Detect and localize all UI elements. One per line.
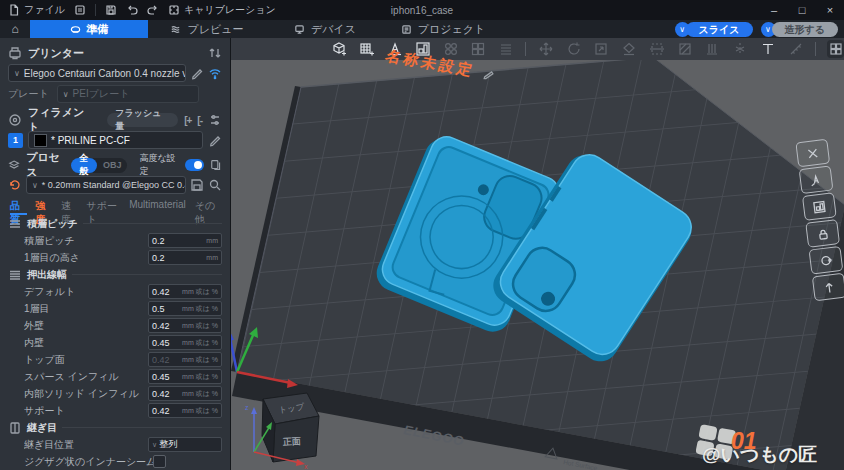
home-button[interactable]: ⌂ xyxy=(0,20,30,38)
chevron-down-icon: ∨ xyxy=(32,181,38,190)
redo-icon xyxy=(147,4,159,16)
param-label: サポート xyxy=(24,404,148,418)
tab-device[interactable]: デバイス xyxy=(266,20,384,38)
param-input[interactable]: 0.42mm 或は % xyxy=(148,284,222,299)
param-label: 継ぎ目位置 xyxy=(24,438,148,452)
edit-plate-name-icon[interactable] xyxy=(481,66,496,81)
undo-button[interactable] xyxy=(126,4,138,16)
zigzag-seam-checkbox[interactable] xyxy=(153,455,166,468)
tab-project[interactable]: プロジェクト xyxy=(384,20,502,38)
save-icon xyxy=(105,4,117,16)
arrange-button-floating[interactable] xyxy=(802,192,837,221)
param-input[interactable]: 0.5mm 或は % xyxy=(148,301,222,316)
undo-icon xyxy=(126,4,138,16)
measure-button[interactable] xyxy=(787,40,804,58)
toolbar-separator xyxy=(815,42,816,56)
tab-others[interactable]: その他 xyxy=(195,199,220,215)
seam-icon xyxy=(8,421,22,435)
scope-objects[interactable]: OBJ xyxy=(97,160,128,170)
edit-printer-icon[interactable] xyxy=(190,66,204,80)
param-label: スパース インフィル xyxy=(24,370,148,384)
toolbar-separator xyxy=(525,42,526,56)
rotate-button-floating[interactable] xyxy=(809,246,844,275)
printer-section-title: プリンター xyxy=(28,46,84,61)
rotate-button[interactable] xyxy=(565,40,582,58)
section-title: 継ぎ目 xyxy=(27,421,57,435)
build-plate-scene[interactable]: ELEGOO Hot Surface xyxy=(231,60,844,470)
viewport-3d[interactable]: « xyxy=(231,38,844,470)
remove-filament-button[interactable]: [- xyxy=(197,115,202,126)
param-row: 積層ピッチ 0.2mm xyxy=(0,232,230,249)
cut-button[interactable] xyxy=(649,40,666,58)
lay-on-face-button[interactable] xyxy=(621,40,638,58)
tab-quality[interactable]: 品質 xyxy=(10,199,27,215)
tab-device-label: デバイス xyxy=(311,22,356,37)
lift-button[interactable] xyxy=(812,273,844,302)
maximize-button[interactable]: □ xyxy=(788,0,816,20)
filament-slot-number[interactable]: 1 xyxy=(8,133,23,148)
tab-prepare[interactable]: 準備 xyxy=(30,20,148,38)
save-button[interactable] xyxy=(105,4,117,16)
add-plate-button[interactable] xyxy=(359,40,376,58)
param-input[interactable]: 0.45mm 或は % xyxy=(148,335,222,350)
flush-volume-button[interactable]: フラッシュ量 xyxy=(107,113,178,127)
tab-multimaterial[interactable]: Multimaterial xyxy=(129,199,186,215)
notes-button[interactable] xyxy=(74,4,86,16)
auto-orient-button-floating[interactable] xyxy=(799,165,834,194)
slice-button[interactable]: スライス xyxy=(686,22,753,37)
plate-type-select[interactable]: ∨ PEIプレート xyxy=(57,85,199,103)
param-label: ジグザグ状のインナーシーム xyxy=(24,455,153,469)
nav-cube-front-label[interactable]: 正面 xyxy=(282,436,301,447)
support-paint-button[interactable] xyxy=(704,40,721,58)
advanced-toggle[interactable] xyxy=(185,159,204,171)
tab-strength[interactable]: 強度 xyxy=(36,199,53,215)
printer-icon xyxy=(8,46,22,60)
tab-project-label: プロジェクト xyxy=(418,22,486,37)
param-input[interactable]: 0.42mm 或は % xyxy=(148,386,222,401)
param-input[interactable]: 0.42mm 或は % xyxy=(148,318,222,333)
delete-button[interactable] xyxy=(795,139,830,168)
file-menu[interactable]: ファイル xyxy=(8,3,65,17)
calibration-button[interactable]: キャリブレーション xyxy=(168,3,276,17)
reset-process-icon[interactable] xyxy=(8,178,22,192)
param-input[interactable]: 0.45mm 或は % xyxy=(148,369,222,384)
scale-button[interactable] xyxy=(593,40,610,58)
param-input[interactable]: 0.2mm xyxy=(148,233,222,248)
tab-support[interactable]: サポート xyxy=(87,199,121,215)
scope-global[interactable]: 全般 xyxy=(71,158,97,173)
lock-button[interactable] xyxy=(805,219,840,248)
assembly-view-button[interactable] xyxy=(827,40,844,58)
add-object-button[interactable] xyxy=(331,40,348,58)
plate-label: プレート xyxy=(8,87,49,101)
redo-button[interactable] xyxy=(147,4,159,16)
tab-preview[interactable]: プレビュー xyxy=(148,20,266,38)
tab-speed[interactable]: 速度 xyxy=(61,199,78,215)
search-preset-icon[interactable] xyxy=(208,178,222,192)
process-preset-select[interactable]: ∨ * 0.20mm Standard @Elegoo CC 0.4 nozzl… xyxy=(26,176,186,194)
add-filament-button[interactable]: [+ xyxy=(184,115,191,126)
param-input[interactable]: 0.42mm 或は % xyxy=(148,403,222,418)
printer-connection-icon[interactable] xyxy=(208,46,222,60)
move-button[interactable] xyxy=(537,40,554,58)
edit-filament-icon[interactable] xyxy=(208,133,222,147)
split-to-objects-button[interactable] xyxy=(442,40,459,58)
preset-compare-icon[interactable] xyxy=(210,158,222,172)
filament-settings-icon[interactable] xyxy=(208,113,222,127)
paint-button[interactable] xyxy=(676,40,693,58)
process-scope-switch[interactable]: 全般 OBJ xyxy=(71,158,127,173)
print-button[interactable]: 造形する xyxy=(772,22,838,37)
param-input[interactable]: 0.2mm xyxy=(148,250,222,265)
filament-select[interactable]: * PRILINE PC-CF xyxy=(28,131,203,149)
variable-layer-height-button[interactable] xyxy=(498,40,515,58)
printer-preset-select[interactable]: ∨ Elegoo Centauri Carbon 0.4 nozzle via … xyxy=(8,64,186,82)
save-preset-icon[interactable] xyxy=(190,178,204,192)
seam-paint-button[interactable] xyxy=(732,40,749,58)
minimize-button[interactable]: – xyxy=(760,0,788,20)
split-to-parts-button[interactable] xyxy=(470,40,487,58)
file-icon xyxy=(8,4,20,16)
seam-position-select[interactable]: ∨整列 xyxy=(148,437,222,452)
text-tool-button[interactable] xyxy=(760,40,777,58)
param-label: 外壁 xyxy=(24,319,148,333)
axis-z-label: z xyxy=(245,404,249,411)
close-button[interactable]: × xyxy=(816,0,844,20)
